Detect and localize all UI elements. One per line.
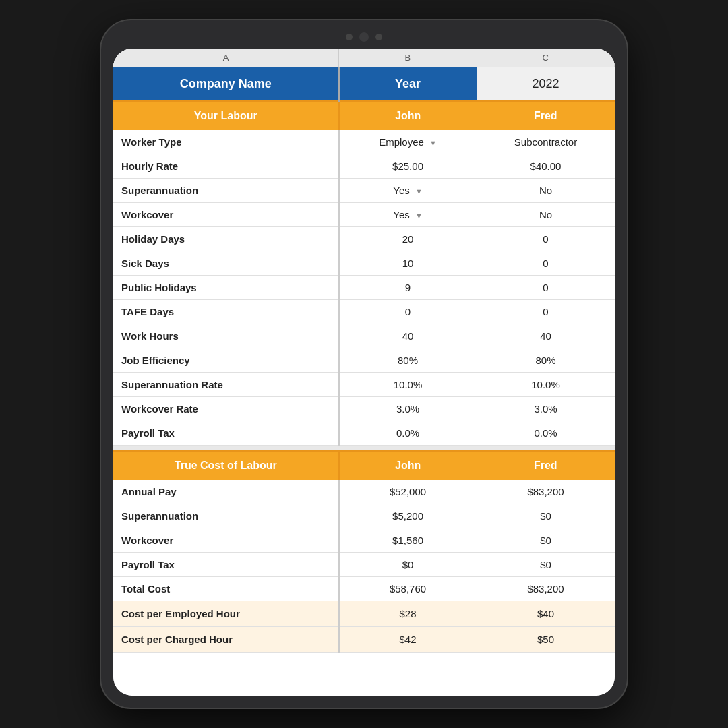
sick-days-row: Sick Days 10 0 (113, 251, 615, 276)
section1-header-fred: Fred (477, 101, 614, 130)
cost-per-employed-hour-fred: $40 (477, 601, 614, 626)
superannuation-rate-john: 10.0% (339, 373, 477, 397)
workcover-rate-row: Workcover Rate 3.0% 3.0% (113, 397, 615, 421)
section2-header-label: True Cost of Labour (113, 451, 339, 480)
superannuation-john[interactable]: Yes ▼ (339, 179, 477, 203)
public-holidays-fred[interactable]: 0 (477, 276, 614, 300)
col-header-b: B (339, 49, 477, 67)
job-efficiency-john[interactable]: 80% (339, 348, 477, 373)
holiday-days-fred[interactable]: 0 (477, 227, 614, 251)
dropdown-icon-super: ▼ (415, 187, 423, 195)
hourly-rate-row: Hourly Rate $25.00 $40.00 (113, 154, 615, 179)
camera-dot-left (346, 34, 353, 40)
superannuation-rate-label: Superannuation Rate (113, 373, 339, 397)
holiday-days-john[interactable]: 20 (339, 227, 477, 251)
tafe-days-fred[interactable]: 0 (477, 300, 614, 324)
dropdown-icon-worker-type: ▼ (429, 139, 437, 147)
public-holidays-label: Public Holidays (113, 276, 339, 300)
hourly-rate-john[interactable]: $25.00 (339, 154, 477, 179)
dropdown-icon-workcover: ▼ (415, 212, 423, 220)
worker-type-row: Worker Type Employee ▼ Subcontractor (113, 130, 615, 154)
spreadsheet: A B C Company Name Year 2022 Your Labour (113, 49, 615, 696)
camera-dot-right (375, 34, 382, 40)
payroll-tax-s1-row: Payroll Tax 0.0% 0.0% (113, 421, 615, 446)
public-holidays-john[interactable]: 9 (339, 276, 477, 300)
cost-per-charged-hour-row: Cost per Charged Hour $42 $50 (113, 626, 615, 652)
tafe-days-label: TAFE Days (113, 300, 339, 324)
hourly-rate-fred[interactable]: $40.00 (477, 154, 614, 179)
payroll-tax-cost-row: Payroll Tax $0 $0 (113, 552, 615, 576)
company-name-cell[interactable]: Company Name (113, 67, 339, 102)
section2-header-john: John (339, 451, 477, 480)
super-cost-row: Superannuation $5,200 $0 (113, 504, 615, 528)
workcover-fred: No (477, 203, 614, 227)
job-efficiency-fred[interactable]: 80% (477, 348, 614, 373)
worker-type-fred: Subcontractor (477, 130, 614, 154)
superannuation-label: Superannuation (113, 179, 339, 203)
sick-days-label: Sick Days (113, 251, 339, 276)
payroll-tax-s1-label: Payroll Tax (113, 421, 339, 446)
sick-days-fred[interactable]: 0 (477, 251, 614, 276)
total-cost-john: $58,760 (339, 576, 477, 601)
work-hours-row: Work Hours 40 40 (113, 324, 615, 348)
col-header-a: A (113, 49, 339, 67)
col-header-c: C (477, 49, 614, 67)
workcover-rate-john: 3.0% (339, 397, 477, 421)
super-cost-fred: $0 (477, 504, 614, 528)
workcover-cost-row: Workcover $1,560 $0 (113, 528, 615, 552)
public-holidays-row: Public Holidays 9 0 (113, 276, 615, 300)
work-hours-john[interactable]: 40 (339, 324, 477, 348)
payroll-tax-s1-john: 0.0% (339, 421, 477, 446)
workcover-rate-fred: 3.0% (477, 397, 614, 421)
separator-row (113, 446, 615, 451)
tafe-days-john[interactable]: 0 (339, 300, 477, 324)
holiday-days-row: Holiday Days 20 0 (113, 227, 615, 251)
year-value-cell[interactable]: 2022 (477, 67, 614, 102)
workcover-row: Workcover Yes ▼ No (113, 203, 615, 227)
camera-bar (346, 32, 382, 42)
superannuation-row: Superannuation Yes ▼ No (113, 179, 615, 203)
cost-per-employed-hour-john: $28 (339, 601, 477, 626)
work-hours-fred[interactable]: 40 (477, 324, 614, 348)
cost-per-charged-hour-john: $42 (339, 626, 477, 652)
total-cost-label: Total Cost (113, 576, 339, 601)
tablet: A B C Company Name Year 2022 Your Labour (101, 20, 627, 708)
payroll-tax-cost-fred: $0 (477, 552, 614, 576)
payroll-tax-cost-label: Payroll Tax (113, 552, 339, 576)
annual-pay-label: Annual Pay (113, 480, 339, 504)
superannuation-rate-fred: 10.0% (477, 373, 614, 397)
sick-days-john[interactable]: 10 (339, 251, 477, 276)
annual-pay-john: $52,000 (339, 480, 477, 504)
worker-type-label: Worker Type (113, 130, 339, 154)
job-efficiency-label: Job Efficiency (113, 348, 339, 373)
worker-type-john[interactable]: Employee ▼ (339, 130, 477, 154)
tablet-screen: A B C Company Name Year 2022 Your Labour (113, 49, 615, 696)
workcover-label: Workcover (113, 203, 339, 227)
total-cost-fred: $83,200 (477, 576, 614, 601)
cost-per-charged-hour-fred: $50 (477, 626, 614, 652)
work-hours-label: Work Hours (113, 324, 339, 348)
workcover-cost-john: $1,560 (339, 528, 477, 552)
payroll-tax-s1-fred: 0.0% (477, 421, 614, 446)
superannuation-fred: No (477, 179, 614, 203)
job-efficiency-row: Job Efficiency 80% 80% (113, 348, 615, 373)
total-cost-row: Total Cost $58,760 $83,200 (113, 576, 615, 601)
holiday-days-label: Holiday Days (113, 227, 339, 251)
superannuation-rate-row: Superannuation Rate 10.0% 10.0% (113, 373, 615, 397)
hourly-rate-label: Hourly Rate (113, 154, 339, 179)
section1-header-john: John (339, 101, 477, 130)
cost-per-employed-hour-label: Cost per Employed Hour (113, 601, 339, 626)
super-cost-label: Superannuation (113, 504, 339, 528)
camera-dot-center (359, 32, 369, 42)
workcover-cost-fred: $0 (477, 528, 614, 552)
annual-pay-row: Annual Pay $52,000 $83,200 (113, 480, 615, 504)
super-cost-john: $5,200 (339, 504, 477, 528)
workcover-rate-label: Workcover Rate (113, 397, 339, 421)
section2-header-fred: Fred (477, 451, 614, 480)
section2-header-row: True Cost of Labour John Fred (113, 451, 615, 480)
workcover-cost-label: Workcover (113, 528, 339, 552)
cost-per-employed-hour-row: Cost per Employed Hour $28 $40 (113, 601, 615, 626)
annual-pay-fred: $83,200 (477, 480, 614, 504)
year-label-cell: Year (339, 67, 477, 102)
workcover-john[interactable]: Yes ▼ (339, 203, 477, 227)
